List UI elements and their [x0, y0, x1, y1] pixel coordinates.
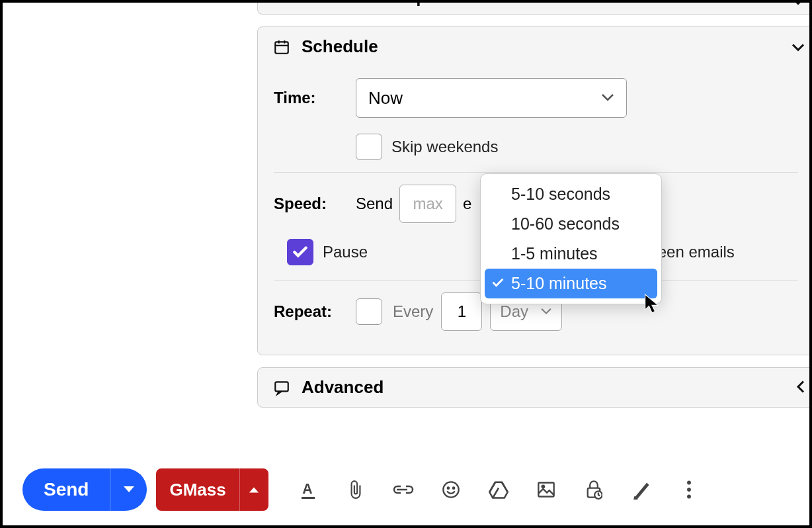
gmass-button[interactable]: GMass	[156, 468, 268, 511]
svg-rect-4	[275, 382, 288, 391]
pause-option[interactable]: 10-60 seconds	[481, 209, 661, 239]
repeat-every-text: Every	[393, 302, 433, 321]
advanced-title: Advanced	[302, 377, 384, 398]
repeat-value-input[interactable]	[441, 292, 482, 331]
time-row: Time: Now	[274, 66, 798, 130]
compose-toolbar: Send GMass A	[22, 468, 809, 511]
time-value: Now	[368, 88, 403, 109]
schedule-title: Schedule	[302, 36, 378, 57]
repeat-label: Repeat:	[274, 302, 356, 321]
skip-weekends-label: Skip weekends	[391, 138, 498, 156]
skip-weekends-checkbox[interactable]	[356, 134, 382, 160]
time-label: Time:	[274, 89, 356, 107]
pause-label: Pause	[323, 243, 368, 261]
svg-point-15	[687, 488, 691, 492]
chevron-left-icon	[795, 377, 805, 398]
speed-max-input[interactable]	[399, 185, 456, 223]
drive-icon[interactable]	[487, 478, 510, 502]
gmass-label: GMass	[156, 468, 239, 511]
confidential-icon[interactable]	[582, 478, 606, 502]
pause-option[interactable]: 5-10 seconds	[481, 179, 661, 209]
speed-send-text: Send	[356, 195, 393, 213]
svg-point-14	[687, 481, 691, 485]
chevron-down-icon	[792, 0, 805, 11]
send-button[interactable]: Send	[22, 468, 147, 511]
speed-emails-text: e	[463, 195, 471, 213]
schedule-header[interactable]: Schedule	[258, 27, 812, 66]
check-icon	[491, 274, 505, 293]
pause-option[interactable]: 1-5 minutes	[481, 239, 661, 269]
send-label: Send	[22, 468, 110, 511]
svg-point-16	[687, 495, 691, 499]
svg-rect-0	[275, 42, 288, 53]
emoji-icon[interactable]	[439, 478, 463, 502]
auto-followup-title: Auto Follow-up	[302, 0, 426, 7]
gmass-options-button[interactable]	[239, 468, 268, 511]
speed-label: Speed:	[274, 195, 356, 213]
send-options-button[interactable]	[110, 468, 147, 511]
more-icon[interactable]	[677, 478, 701, 502]
time-select[interactable]: Now	[356, 78, 627, 118]
chevron-down-icon	[601, 93, 614, 103]
advanced-section[interactable]: Advanced	[257, 367, 812, 408]
calendar-icon	[271, 38, 292, 56]
repeat-checkbox[interactable]	[356, 298, 382, 325]
link-icon[interactable]	[391, 478, 415, 502]
attachment-icon[interactable]	[344, 478, 368, 502]
chat-icon	[271, 379, 292, 396]
reply-icon	[271, 0, 292, 5]
svg-text:A: A	[302, 481, 312, 497]
pause-interval-dropdown: 5-10 seconds 10-60 seconds 1-5 minutes 5…	[480, 173, 662, 304]
skip-weekends-row: Skip weekends	[274, 130, 798, 172]
svg-point-8	[447, 488, 448, 489]
signature-icon[interactable]	[629, 478, 653, 502]
svg-point-11	[542, 486, 544, 488]
text-format-icon[interactable]: A	[296, 478, 320, 502]
chevron-down-icon	[792, 36, 805, 57]
auto-followup-section[interactable]: Auto Follow-up	[257, 0, 812, 15]
svg-rect-10	[538, 483, 553, 497]
pause-checkbox[interactable]	[287, 239, 313, 265]
repeat-unit-value: Day	[500, 302, 528, 321]
image-icon[interactable]	[534, 478, 558, 502]
pause-option-selected[interactable]: 5-10 minutes	[485, 269, 657, 298]
mouse-cursor	[644, 294, 660, 316]
svg-point-9	[453, 488, 454, 489]
chevron-down-icon	[540, 308, 552, 316]
svg-point-7	[443, 482, 458, 497]
